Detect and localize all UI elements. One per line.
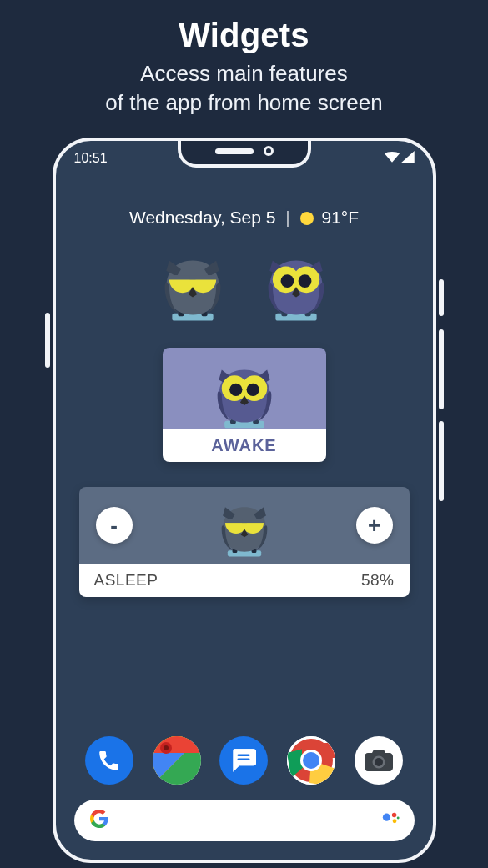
svg-point-10 <box>280 274 294 288</box>
svg-point-42 <box>396 817 399 820</box>
svg-point-36 <box>303 752 319 769</box>
owl-awake-toggle[interactable] <box>259 253 333 323</box>
date-text: Wednesday, Sep 5 <box>129 208 276 227</box>
svg-point-28 <box>164 745 169 750</box>
svg-point-11 <box>298 274 311 288</box>
minus-button[interactable]: - <box>96 507 133 544</box>
temperature-text: 91°F <box>321 208 359 227</box>
notch <box>178 138 311 168</box>
camera-app-icon[interactable] <box>355 736 403 785</box>
promo-subtitle: Access main features of the app from hom… <box>17 59 471 118</box>
svg-point-18 <box>246 384 259 396</box>
awake-widget[interactable]: AWAKE <box>163 348 326 462</box>
awake-label: AWAKE <box>163 429 326 462</box>
svg-point-40 <box>391 813 396 818</box>
phone-app-icon[interactable] <box>85 736 133 785</box>
status-time: 10:51 <box>74 151 108 166</box>
owl-awake-icon <box>209 363 280 429</box>
asleep-widget: - + ASLEEP 58% <box>79 487 410 597</box>
svg-point-39 <box>382 814 390 821</box>
phone-mockup: 10:51 Wednesday, Sep 5 | 91°F <box>53 138 436 863</box>
power-button-icon <box>45 313 50 368</box>
date-weather-widget[interactable]: Wednesday, Sep 5 | 91°F <box>56 208 433 228</box>
volume-down-icon <box>439 421 444 501</box>
search-bar[interactable] <box>74 800 415 841</box>
cell-signal-icon <box>401 151 415 166</box>
svg-point-38 <box>375 758 383 766</box>
chrome-app-icon[interactable] <box>287 736 335 785</box>
sun-icon <box>300 212 314 225</box>
owl-asleep-toggle[interactable] <box>156 253 229 323</box>
svg-point-41 <box>392 820 396 824</box>
plus-button[interactable]: + <box>356 507 393 544</box>
svg-point-17 <box>229 384 242 396</box>
asleep-percent: 58% <box>361 571 395 590</box>
promo-title: Widgets <box>17 17 471 54</box>
assistant-icon <box>381 810 400 831</box>
volume-up-icon <box>439 329 444 409</box>
asleep-label: ASLEEP <box>94 571 158 590</box>
speaker-icon <box>215 148 254 154</box>
side-button-icon <box>439 279 444 316</box>
svg-rect-4 <box>189 275 216 279</box>
wifi-icon <box>385 151 400 166</box>
svg-rect-30 <box>238 759 250 761</box>
messages-app-icon[interactable] <box>219 736 268 785</box>
google-g-icon <box>89 809 109 832</box>
owl-asleep-icon <box>214 501 274 558</box>
svg-rect-29 <box>238 755 250 757</box>
svg-rect-23 <box>242 519 264 523</box>
front-camera-icon <box>264 146 274 156</box>
svg-rect-26 <box>153 736 201 753</box>
maps-app-icon[interactable] <box>153 736 201 785</box>
dock <box>56 736 433 785</box>
